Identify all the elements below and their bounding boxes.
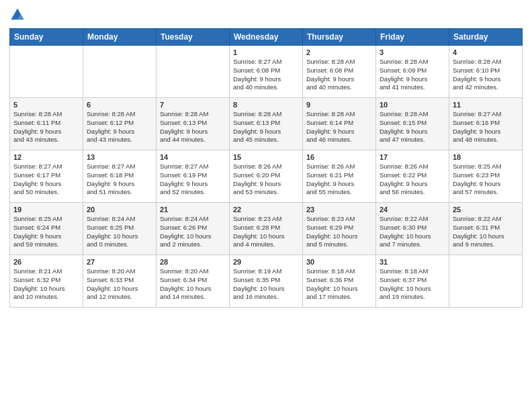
- weekday-header-saturday: Saturday: [449, 29, 523, 46]
- day-info: Sunrise: 8:28 AM Sunset: 6:10 PM Dayligh…: [453, 58, 519, 92]
- day-info: Sunrise: 8:26 AM Sunset: 6:22 PM Dayligh…: [380, 163, 445, 197]
- calendar-cell: [157, 46, 230, 98]
- day-number: 24: [380, 205, 445, 214]
- calendar-cell: 15Sunrise: 8:26 AM Sunset: 6:20 PM Dayli…: [230, 150, 303, 203]
- day-number: 26: [13, 258, 79, 266]
- day-info: Sunrise: 8:25 AM Sunset: 6:24 PM Dayligh…: [13, 215, 79, 249]
- day-info: Sunrise: 8:24 AM Sunset: 6:25 PM Dayligh…: [87, 215, 152, 249]
- calendar-cell: 31Sunrise: 8:18 AM Sunset: 6:37 PM Dayli…: [376, 255, 449, 308]
- day-number: 27: [87, 258, 152, 266]
- calendar-cell: [10, 46, 83, 98]
- calendar-cell: 7Sunrise: 8:28 AM Sunset: 6:13 PM Daylig…: [157, 98, 230, 150]
- calendar-cell: 11Sunrise: 8:27 AM Sunset: 6:16 PM Dayli…: [449, 98, 523, 150]
- calendar-cell: 13Sunrise: 8:27 AM Sunset: 6:18 PM Dayli…: [83, 150, 157, 203]
- day-info: Sunrise: 8:28 AM Sunset: 6:09 PM Dayligh…: [380, 58, 445, 92]
- day-info: Sunrise: 8:22 AM Sunset: 6:31 PM Dayligh…: [453, 215, 519, 249]
- day-number: 17: [380, 153, 445, 161]
- calendar-week-1: 1Sunrise: 8:27 AM Sunset: 6:08 PM Daylig…: [10, 46, 523, 98]
- day-number: 31: [380, 258, 445, 266]
- day-info: Sunrise: 8:28 AM Sunset: 6:11 PM Dayligh…: [13, 110, 79, 144]
- day-number: 21: [160, 205, 226, 214]
- calendar-cell: 5Sunrise: 8:28 AM Sunset: 6:11 PM Daylig…: [10, 98, 83, 150]
- calendar-cell: 21Sunrise: 8:24 AM Sunset: 6:26 PM Dayli…: [157, 203, 230, 255]
- day-number: 14: [160, 153, 226, 161]
- day-number: 5: [13, 101, 79, 109]
- calendar-cell: 3Sunrise: 8:28 AM Sunset: 6:09 PM Daylig…: [376, 46, 449, 98]
- calendar-cell: 22Sunrise: 8:23 AM Sunset: 6:28 PM Dayli…: [230, 203, 303, 255]
- day-number: 25: [453, 205, 519, 214]
- calendar-week-3: 12Sunrise: 8:27 AM Sunset: 6:17 PM Dayli…: [10, 150, 523, 203]
- calendar-cell: [449, 255, 523, 308]
- day-number: 28: [160, 258, 226, 266]
- day-number: 18: [453, 153, 519, 161]
- day-info: Sunrise: 8:26 AM Sunset: 6:20 PM Dayligh…: [233, 163, 299, 197]
- weekday-header-monday: Monday: [83, 29, 157, 46]
- weekday-header-sunday: Sunday: [10, 29, 83, 46]
- day-number: 20: [87, 205, 152, 214]
- day-info: Sunrise: 8:28 AM Sunset: 6:14 PM Dayligh…: [306, 110, 372, 144]
- calendar-cell: 19Sunrise: 8:25 AM Sunset: 6:24 PM Dayli…: [10, 203, 83, 255]
- weekday-header-row: SundayMondayTuesdayWednesdayThursdayFrid…: [10, 29, 523, 46]
- day-info: Sunrise: 8:22 AM Sunset: 6:30 PM Dayligh…: [380, 215, 445, 249]
- day-info: Sunrise: 8:27 AM Sunset: 6:17 PM Dayligh…: [13, 163, 79, 197]
- day-info: Sunrise: 8:27 AM Sunset: 6:16 PM Dayligh…: [453, 110, 519, 144]
- calendar: SundayMondayTuesdayWednesdayThursdayFrid…: [9, 28, 523, 308]
- day-info: Sunrise: 8:19 AM Sunset: 6:35 PM Dayligh…: [233, 267, 299, 302]
- day-info: Sunrise: 8:27 AM Sunset: 6:08 PM Dayligh…: [233, 58, 299, 92]
- day-info: Sunrise: 8:27 AM Sunset: 6:18 PM Dayligh…: [87, 163, 152, 197]
- day-number: 15: [233, 153, 299, 161]
- calendar-cell: [83, 46, 157, 98]
- calendar-cell: 4Sunrise: 8:28 AM Sunset: 6:10 PM Daylig…: [449, 46, 523, 98]
- day-number: 7: [160, 101, 226, 109]
- day-number: 30: [306, 258, 372, 266]
- calendar-cell: 9Sunrise: 8:28 AM Sunset: 6:14 PM Daylig…: [303, 98, 376, 150]
- day-info: Sunrise: 8:23 AM Sunset: 6:29 PM Dayligh…: [306, 215, 372, 249]
- calendar-cell: 6Sunrise: 8:28 AM Sunset: 6:12 PM Daylig…: [83, 98, 157, 150]
- calendar-week-4: 19Sunrise: 8:25 AM Sunset: 6:24 PM Dayli…: [10, 203, 523, 255]
- day-number: 16: [306, 153, 372, 161]
- day-number: 8: [233, 101, 299, 109]
- day-number: 29: [233, 258, 299, 266]
- calendar-cell: 28Sunrise: 8:20 AM Sunset: 6:34 PM Dayli…: [157, 255, 230, 308]
- day-info: Sunrise: 8:23 AM Sunset: 6:28 PM Dayligh…: [233, 215, 299, 249]
- page: SundayMondayTuesdayWednesdayThursdayFrid…: [0, 0, 532, 411]
- calendar-cell: 10Sunrise: 8:28 AM Sunset: 6:15 PM Dayli…: [376, 98, 449, 150]
- day-info: Sunrise: 8:28 AM Sunset: 6:12 PM Dayligh…: [87, 110, 152, 144]
- day-info: Sunrise: 8:24 AM Sunset: 6:26 PM Dayligh…: [160, 215, 226, 249]
- day-info: Sunrise: 8:28 AM Sunset: 6:13 PM Dayligh…: [160, 110, 226, 144]
- calendar-cell: 16Sunrise: 8:26 AM Sunset: 6:21 PM Dayli…: [303, 150, 376, 203]
- day-info: Sunrise: 8:28 AM Sunset: 6:15 PM Dayligh…: [380, 110, 445, 144]
- calendar-cell: 20Sunrise: 8:24 AM Sunset: 6:25 PM Dayli…: [83, 203, 157, 255]
- day-number: 9: [306, 101, 372, 109]
- calendar-cell: 14Sunrise: 8:27 AM Sunset: 6:19 PM Dayli…: [157, 150, 230, 203]
- day-number: 4: [453, 48, 519, 56]
- calendar-cell: 26Sunrise: 8:21 AM Sunset: 6:32 PM Dayli…: [10, 255, 83, 308]
- calendar-cell: 17Sunrise: 8:26 AM Sunset: 6:22 PM Dayli…: [376, 150, 449, 203]
- calendar-cell: 1Sunrise: 8:27 AM Sunset: 6:08 PM Daylig…: [230, 46, 303, 98]
- calendar-cell: 18Sunrise: 8:25 AM Sunset: 6:23 PM Dayli…: [449, 150, 523, 203]
- day-info: Sunrise: 8:18 AM Sunset: 6:36 PM Dayligh…: [306, 267, 372, 302]
- day-info: Sunrise: 8:21 AM Sunset: 6:32 PM Dayligh…: [13, 267, 79, 302]
- day-number: 11: [453, 101, 519, 109]
- day-number: 10: [380, 101, 445, 109]
- weekday-header-wednesday: Wednesday: [230, 29, 303, 46]
- day-number: 12: [13, 153, 79, 161]
- day-info: Sunrise: 8:18 AM Sunset: 6:37 PM Dayligh…: [380, 267, 445, 302]
- day-info: Sunrise: 8:25 AM Sunset: 6:23 PM Dayligh…: [453, 163, 519, 197]
- day-info: Sunrise: 8:26 AM Sunset: 6:21 PM Dayligh…: [306, 163, 372, 197]
- calendar-cell: 8Sunrise: 8:28 AM Sunset: 6:13 PM Daylig…: [230, 98, 303, 150]
- day-number: 1: [233, 48, 299, 56]
- day-number: 19: [13, 205, 79, 214]
- header: [9, 7, 523, 23]
- calendar-cell: 27Sunrise: 8:20 AM Sunset: 6:33 PM Dayli…: [83, 255, 157, 308]
- calendar-cell: 12Sunrise: 8:27 AM Sunset: 6:17 PM Dayli…: [10, 150, 83, 203]
- day-number: 13: [87, 153, 152, 161]
- logo-icon: [9, 7, 26, 23]
- day-number: 6: [87, 101, 152, 109]
- day-number: 3: [380, 48, 445, 56]
- weekday-header-thursday: Thursday: [303, 29, 376, 46]
- calendar-cell: 29Sunrise: 8:19 AM Sunset: 6:35 PM Dayli…: [230, 255, 303, 308]
- day-info: Sunrise: 8:27 AM Sunset: 6:19 PM Dayligh…: [160, 163, 226, 197]
- day-info: Sunrise: 8:28 AM Sunset: 6:13 PM Dayligh…: [233, 110, 299, 144]
- calendar-week-5: 26Sunrise: 8:21 AM Sunset: 6:32 PM Dayli…: [10, 255, 523, 308]
